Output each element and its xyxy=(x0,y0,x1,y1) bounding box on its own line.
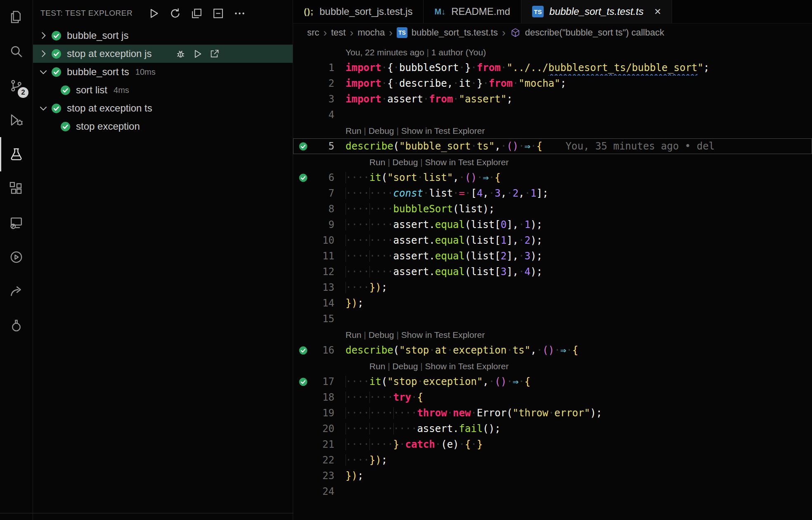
codelens-link[interactable]: Show in Test Explorer xyxy=(401,330,485,340)
refresh-tests-icon[interactable] xyxy=(169,7,182,20)
codelens-link[interactable]: You, 22 minutes ago xyxy=(346,47,424,57)
indent-guide: ···· xyxy=(369,392,393,403)
breadcrumb-item-src[interactable]: src xyxy=(307,27,319,38)
code-line[interactable]: 20············assert.fail(); xyxy=(293,421,812,437)
resource-monitor-icon[interactable] xyxy=(0,240,33,274)
codelens-link[interactable]: Run xyxy=(346,126,362,135)
codelens-link[interactable]: Show in Test Explorer xyxy=(425,361,509,371)
code-line[interactable]: 13····}); xyxy=(293,280,812,295)
token: ⇒ xyxy=(560,344,566,356)
code-line[interactable]: 21········}·catch·(e)·{·} xyxy=(293,437,812,452)
source-control-icon[interactable]: 2 xyxy=(0,69,33,103)
code-line[interactable]: 14}); xyxy=(293,295,812,311)
run-and-debug-icon[interactable] xyxy=(0,103,33,137)
code-line[interactable]: 16describe("stop·at·exception·ts",·()·⇒·… xyxy=(293,342,812,358)
close-icon[interactable]: × xyxy=(654,6,661,17)
tab-bar: (); bubble_sort_js.test.js M↓ README.md … xyxy=(293,0,812,24)
code-line[interactable]: 7········const·list·=·[4,·3,·2,·1]; xyxy=(293,185,812,201)
chevron-right-icon[interactable] xyxy=(36,30,50,41)
token: ⇒ xyxy=(525,140,530,152)
code-line[interactable]: 15 xyxy=(293,311,812,327)
token: ( xyxy=(381,172,387,183)
more-actions-icon[interactable] xyxy=(233,7,246,20)
token: () xyxy=(465,172,477,183)
code-line[interactable]: 24 xyxy=(293,484,812,499)
token: ], xyxy=(507,235,518,246)
chevron-down-icon[interactable] xyxy=(36,66,50,77)
breadcrumb-item-file[interactable]: TS bubble_sort_ts.test.ts xyxy=(397,27,498,38)
codelens-link[interactable]: Debug xyxy=(369,126,394,135)
tree-item[interactable]: stop exception xyxy=(33,117,293,135)
go-to-test-icon[interactable] xyxy=(209,48,220,59)
tree-item[interactable]: stop at exception ts xyxy=(33,99,293,117)
chevron-right-icon[interactable] xyxy=(36,48,50,59)
testing-icon[interactable] xyxy=(0,137,33,171)
codelens-link[interactable]: Run xyxy=(369,157,386,167)
codelens-link[interactable]: Run xyxy=(369,361,386,371)
codelens-link[interactable]: Debug xyxy=(369,330,394,340)
tree-item[interactable]: bubble_sort js xyxy=(33,26,293,45)
remote-explorer-icon[interactable] xyxy=(0,206,33,240)
code-line[interactable]: 4 xyxy=(293,107,812,123)
test-passed-gutter-icon[interactable] xyxy=(293,141,313,152)
codelens-link[interactable]: Debug xyxy=(392,361,418,371)
chevron-down-icon[interactable] xyxy=(36,103,50,114)
code-line[interactable]: 1import·{·bubbleSort·}·from·"../../bubbl… xyxy=(293,60,812,76)
codelens-link[interactable]: Run xyxy=(346,330,362,340)
token: list" xyxy=(423,172,453,183)
code-line[interactable]: 17····it("stop·exception",·()·⇒·{ xyxy=(293,374,812,389)
test-passed-gutter-icon[interactable] xyxy=(293,173,313,183)
test-passed-gutter-icon[interactable] xyxy=(293,345,313,356)
codelens: You, 22 minutes ago | 1 author (You) xyxy=(346,44,486,60)
explorer-icon[interactable] xyxy=(0,0,33,34)
whitespace-dot: · xyxy=(399,439,405,450)
codelens-separator: | xyxy=(385,361,392,371)
show-output-icon[interactable] xyxy=(190,7,203,20)
tab-bubble-sort-js-test[interactable]: (); bubble_sort_js.test.js xyxy=(293,0,424,23)
tree-item[interactable]: bubble_sort ts10ms xyxy=(33,63,293,81)
tab-bubble-sort-ts-test[interactable]: TS bubble_sort_ts.test.ts × xyxy=(521,0,672,23)
code-line[interactable]: 23}); xyxy=(293,468,812,484)
test-passed-icon xyxy=(50,30,62,42)
code-line[interactable]: 9········assert.equal(list[0],·1); xyxy=(293,217,812,233)
code-line[interactable]: 2import·{·describe,·it·}·from·"mocha"; xyxy=(293,76,812,91)
codelens-link[interactable]: Debug xyxy=(392,157,418,167)
run-test-icon[interactable] xyxy=(192,48,203,59)
code-line[interactable]: 3import·assert·from·"assert"; xyxy=(293,91,812,107)
run-tests-icon[interactable] xyxy=(147,7,160,20)
breadcrumb-item-test[interactable]: test xyxy=(331,27,346,38)
codelens-link[interactable]: Show in Test Explorer xyxy=(401,126,485,135)
whitespace-dot: · xyxy=(489,188,495,199)
misc-extension-icon[interactable] xyxy=(0,309,33,343)
codelens-separator: | xyxy=(362,126,369,135)
indent-guide: ···· xyxy=(369,250,393,262)
search-icon[interactable] xyxy=(0,34,33,69)
code-line[interactable]: 18········try·{ xyxy=(293,389,812,405)
extensions-icon[interactable] xyxy=(0,171,33,206)
tab-readme-md[interactable]: M↓ README.md xyxy=(424,0,521,23)
code-line[interactable]: 11········assert.equal(list[2],·3); xyxy=(293,248,812,264)
code-line[interactable]: 8········bubbleSort(list); xyxy=(293,201,812,217)
breadcrumb-item-symbol[interactable]: describe("bubble_sort ts") callback xyxy=(510,27,664,38)
code-line[interactable]: 22····}); xyxy=(293,452,812,468)
whitespace-dot: · xyxy=(417,376,423,387)
indent-guide: ···· xyxy=(346,203,369,215)
debug-test-icon[interactable] xyxy=(175,48,186,59)
code-line[interactable]: 6····it("sort·list",·()·⇒·{ xyxy=(293,170,812,185)
token: fail xyxy=(459,423,483,435)
code-editor[interactable]: You, 22 minutes ago | 1 author (You)1imp… xyxy=(293,42,812,520)
tree-item[interactable]: sort list4ms xyxy=(33,81,293,99)
code-line[interactable]: 19············throw·new·Error("throw·err… xyxy=(293,405,812,421)
collapse-all-icon[interactable] xyxy=(212,7,225,20)
breadcrumb-item-mocha[interactable]: mocha xyxy=(357,27,385,38)
token: } xyxy=(477,439,483,450)
code-line[interactable]: 10········assert.equal(list[1],·2); xyxy=(293,233,812,248)
gutter: 9 xyxy=(293,217,346,233)
tree-item[interactable]: stop at exception js xyxy=(33,45,293,63)
test-passed-gutter-icon[interactable] xyxy=(293,377,313,387)
live-share-icon[interactable] xyxy=(0,274,33,309)
code-line[interactable]: 5describe("bubble_sort·ts",·()·⇒·{You, 3… xyxy=(293,138,812,154)
codelens-link[interactable]: 1 author (You) xyxy=(431,47,486,57)
code-line[interactable]: 12········assert.equal(list[3],·4); xyxy=(293,264,812,280)
codelens-link[interactable]: Show in Test Explorer xyxy=(425,157,509,167)
